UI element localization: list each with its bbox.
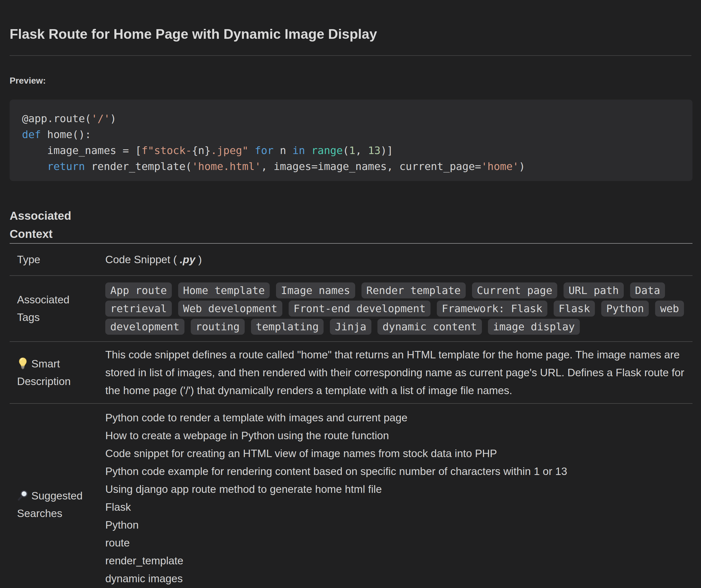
magnifier-icon [17, 490, 29, 502]
suggested-search-item: Python code example for rendering conten… [105, 462, 686, 480]
tags-row-label: Associated Tags [10, 285, 105, 332]
tag-pill: Front-end development [289, 301, 431, 317]
table-row-description: Smart Description This code snippet defi… [10, 342, 692, 404]
suggested-search-item: render_template [105, 552, 686, 570]
tag-pill: Web development [178, 301, 282, 317]
tag-pill: dynamic content [378, 319, 482, 335]
tag-pill: image display [488, 319, 579, 335]
suggested-search-item: Using django app route method to generat… [105, 480, 686, 498]
tag-pill: App route [105, 282, 172, 299]
tag-pill: Flask [554, 301, 595, 317]
suggested-search-item: Flask [105, 498, 686, 516]
title-divider [10, 55, 691, 56]
table-row-type: Type Code Snippet ( .py ) [10, 244, 692, 276]
tag-pill: Current page [472, 282, 557, 299]
suggested-search-item: Python [105, 516, 686, 534]
smart-description-text: This code snippet defines a route called… [105, 342, 692, 403]
type-value-close: ) [195, 253, 202, 265]
suggested-search-item: Python code to render a template with im… [105, 409, 686, 427]
type-value: Code Snippet ( .py ) [105, 244, 692, 275]
tag-list: App route Home template Image names Rend… [105, 276, 692, 341]
file-extension: .py [180, 253, 195, 265]
type-value-text: Code Snippet ( [105, 253, 180, 265]
preview-label: Preview: [10, 76, 691, 86]
page-title: Flask Route for Home Page with Dynamic I… [10, 26, 691, 42]
tag-pill: Home template [178, 282, 270, 299]
tag-pill: Render template [362, 282, 466, 299]
tag-pill: Python [601, 301, 649, 317]
searches-row-label: Suggested Searches [10, 481, 105, 528]
code-snippet: @app.route('/') def home(): image_names … [22, 111, 680, 174]
suggested-search-list: Python code to render a template with im… [105, 404, 692, 588]
code-preview-block: @app.route('/') def home(): image_names … [10, 100, 692, 181]
tag-pill: Framework: Flask [437, 301, 547, 317]
suggested-search-item: dynamic images [105, 570, 686, 587]
tag-pill: Jinja [330, 319, 371, 335]
table-row-searches: Suggested Searches Python code to render… [10, 404, 692, 588]
document-page: Flask Route for Home Page with Dynamic I… [0, 26, 701, 588]
associated-context-heading: Associated Context [10, 207, 92, 243]
suggested-search-item: How to create a webpage in Python using … [105, 427, 686, 444]
tag-pill: URL path [563, 282, 624, 299]
tag-pill: Image names [276, 282, 355, 299]
type-row-label: Type [10, 244, 105, 275]
lightbulb-icon [17, 357, 29, 369]
tag-pill: templating [251, 319, 324, 335]
suggested-search-item: route [105, 534, 686, 552]
tag-pill: routing [191, 319, 245, 335]
context-table: Type Code Snippet ( .py ) Associated Tag… [10, 243, 692, 588]
suggested-search-item: Code snippet for creating an HTML view o… [105, 444, 686, 462]
description-row-label: Smart Description [10, 350, 105, 396]
table-row-tags: Associated Tags App route Home template … [10, 276, 692, 342]
